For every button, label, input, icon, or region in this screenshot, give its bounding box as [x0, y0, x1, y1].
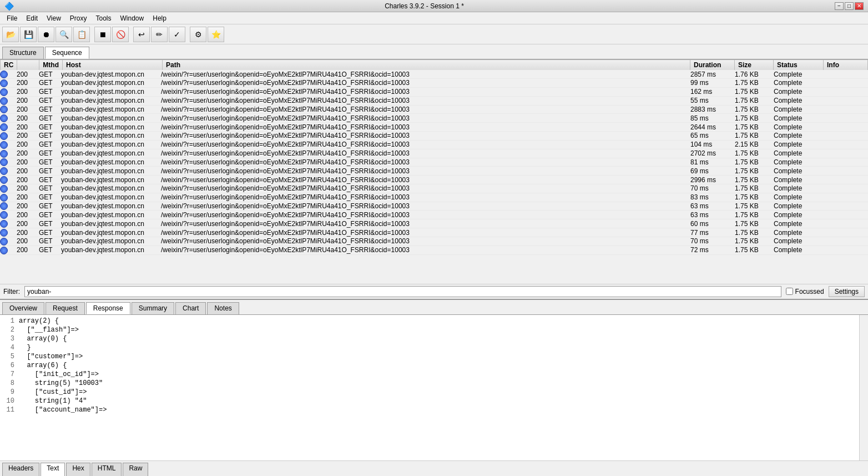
- row-path: /weixin/?r=user/userlogin&openid=oEyoMxE…: [161, 176, 690, 184]
- menu-item-tools[interactable]: Tools: [92, 13, 116, 23]
- tab-overview[interactable]: Overview: [2, 302, 44, 314]
- row-duration: 2702 ms: [690, 149, 735, 158]
- table-row[interactable]: 200GETyouban-dev.jqtest.mopon.cn/weixin/…: [0, 140, 868, 149]
- menu-item-file[interactable]: File: [2, 13, 22, 23]
- table-row[interactable]: 200GETyouban-dev.jqtest.mopon.cn/weixin/…: [0, 211, 868, 219]
- open-button[interactable]: 📂: [2, 27, 19, 42]
- table-row[interactable]: 200GETyouban-dev.jqtest.mopon.cn/weixin/…: [0, 158, 868, 167]
- tab-request[interactable]: Request: [46, 302, 85, 314]
- col-header-path[interactable]: Path: [163, 60, 690, 71]
- filter-input[interactable]: [24, 286, 781, 297]
- clear-button[interactable]: 🚫: [112, 27, 129, 42]
- table-row[interactable]: 200GETyouban-dev.jqtest.mopon.cn/weixin/…: [0, 219, 868, 228]
- undo-button[interactable]: ↩: [133, 27, 150, 42]
- row-method: GET: [39, 211, 61, 219]
- row-host: youban-dev.jqtest.mopon.cn: [61, 96, 161, 105]
- edit-button[interactable]: ✏: [151, 27, 168, 42]
- menu-item-view[interactable]: View: [42, 13, 65, 23]
- subtab-hex[interactable]: Hex: [66, 463, 90, 476]
- table-row[interactable]: 200GETyouban-dev.jqtest.mopon.cn/weixin/…: [0, 105, 868, 114]
- response-content[interactable]: 1array(2) {2 ["__flash"]=>3 array(0) {4 …: [0, 315, 859, 460]
- menu-item-edit[interactable]: Edit: [22, 13, 42, 23]
- subtab-headers[interactable]: Headers: [2, 463, 39, 476]
- table-row[interactable]: 200GETyouban-dev.jqtest.mopon.cn/weixin/…: [0, 149, 868, 158]
- table-row[interactable]: 200GETyouban-dev.jqtest.mopon.cn/weixin/…: [0, 96, 868, 105]
- table-row[interactable]: 200GETyouban-dev.jqtest.mopon.cn/weixin/…: [0, 193, 868, 202]
- row-duration: 55 ms: [690, 96, 735, 105]
- subtab-raw[interactable]: Raw: [123, 463, 148, 476]
- row-status-text: Complete: [774, 219, 824, 228]
- row-status-num: 200: [17, 237, 39, 245]
- col-header-info[interactable]: Info: [824, 60, 868, 71]
- col-header-size[interactable]: Size: [735, 60, 774, 71]
- row-host: youban-dev.jqtest.mopon.cn: [61, 87, 161, 96]
- request-table-body: 200GETyouban-dev.jqtest.mopon.cn/weixin/…: [0, 70, 868, 254]
- menu-item-window[interactable]: Window: [116, 13, 149, 23]
- col-header-status[interactable]: Status: [774, 60, 824, 71]
- settings-button[interactable]: Settings: [829, 286, 865, 297]
- table-row[interactable]: 200GETyouban-dev.jqtest.mopon.cn/weixin/…: [0, 132, 868, 141]
- table-row[interactable]: 200GETyouban-dev.jqtest.mopon.cn/weixin/…: [0, 167, 868, 176]
- search-button[interactable]: 🔍: [55, 27, 72, 42]
- right-scrollbar[interactable]: [859, 315, 868, 460]
- line-number: 11: [2, 406, 19, 415]
- row-host: youban-dev.jqtest.mopon.cn: [61, 202, 161, 211]
- table-row[interactable]: 200GETyouban-dev.jqtest.mopon.cn/weixin/…: [0, 202, 868, 211]
- filter-bar: Filter: Focussed Settings: [0, 284, 868, 299]
- row-status-num: 200: [17, 245, 39, 254]
- stop-button[interactable]: ⏹: [94, 27, 111, 42]
- row-size: 1.75 KB: [735, 123, 774, 132]
- row-icon-cell: [0, 96, 17, 105]
- save-button[interactable]: 💾: [20, 27, 37, 42]
- col-header-rc[interactable]: RC: [1, 60, 17, 71]
- menu-item-help[interactable]: Help: [148, 13, 171, 23]
- table-row[interactable]: 200GETyouban-dev.jqtest.mopon.cn/weixin/…: [0, 123, 868, 132]
- table-row[interactable]: 200GETyouban-dev.jqtest.mopon.cn/weixin/…: [0, 70, 868, 78]
- star-button[interactable]: ⭐: [208, 27, 224, 42]
- row-size: 1.75 KB: [735, 176, 774, 184]
- minimize-button[interactable]: −: [835, 2, 844, 10]
- table-row[interactable]: 200GETyouban-dev.jqtest.mopon.cn/weixin/…: [0, 237, 868, 245]
- tab-sequence[interactable]: Sequence: [45, 47, 89, 59]
- row-duration: 99 ms: [690, 79, 735, 88]
- table-row[interactable]: 200GETyouban-dev.jqtest.mopon.cn/weixin/…: [0, 184, 868, 193]
- col-header-host[interactable]: Host: [63, 60, 163, 71]
- record-button[interactable]: ⏺: [38, 27, 54, 42]
- col-header-statusnum: [17, 60, 39, 71]
- tab-chart[interactable]: Chart: [175, 302, 206, 314]
- row-info: [824, 219, 868, 228]
- row-path: /weixin/?r=user/userlogin&openid=oEyoMxE…: [161, 123, 690, 132]
- clipboard-button[interactable]: 📋: [73, 27, 90, 42]
- table-row[interactable]: 200GETyouban-dev.jqtest.mopon.cn/weixin/…: [0, 114, 868, 123]
- main-area: Structure Sequence RC Mthd Host Path Dur…: [0, 44, 868, 476]
- request-scroll[interactable]: 200GETyouban-dev.jqtest.mopon.cn/weixin/…: [0, 70, 868, 284]
- settings-tool-button[interactable]: ⚙: [190, 27, 206, 42]
- menu-item-proxy[interactable]: Proxy: [65, 13, 92, 23]
- top-panel: Structure Sequence RC Mthd Host Path Dur…: [0, 44, 868, 300]
- tab-response[interactable]: Response: [86, 302, 130, 314]
- check-button[interactable]: ✓: [169, 27, 185, 42]
- line-content: ["__flash"]=>: [19, 326, 857, 335]
- tab-structure[interactable]: Structure: [2, 47, 44, 59]
- tab-notes[interactable]: Notes: [207, 302, 239, 314]
- table-row[interactable]: 200GETyouban-dev.jqtest.mopon.cn/weixin/…: [0, 228, 868, 237]
- table-row[interactable]: 200GETyouban-dev.jqtest.mopon.cn/weixin/…: [0, 176, 868, 184]
- subtab-text[interactable]: Text: [41, 463, 65, 476]
- tab-summary[interactable]: Summary: [132, 302, 174, 314]
- filter-focused: Focussed: [786, 288, 824, 295]
- col-header-duration[interactable]: Duration: [690, 60, 735, 71]
- row-status-num: 200: [17, 140, 39, 149]
- col-header-method[interactable]: Mthd: [39, 60, 63, 71]
- maximize-button[interactable]: □: [845, 2, 854, 10]
- close-button[interactable]: ✕: [855, 2, 864, 10]
- subtab-html[interactable]: HTML: [92, 463, 122, 476]
- table-row[interactable]: 200GETyouban-dev.jqtest.mopon.cn/weixin/…: [0, 87, 868, 96]
- row-info: [824, 167, 868, 176]
- row-method: GET: [39, 237, 61, 245]
- row-path: /weixin/?r=user/userlogin&openid=oEyoMxE…: [161, 237, 690, 245]
- table-row[interactable]: 200GETyouban-dev.jqtest.mopon.cn/weixin/…: [0, 245, 868, 254]
- row-host: youban-dev.jqtest.mopon.cn: [61, 193, 161, 202]
- focused-checkbox[interactable]: [786, 288, 793, 295]
- table-row[interactable]: 200GETyouban-dev.jqtest.mopon.cn/weixin/…: [0, 79, 868, 88]
- row-status-num: 200: [17, 193, 39, 202]
